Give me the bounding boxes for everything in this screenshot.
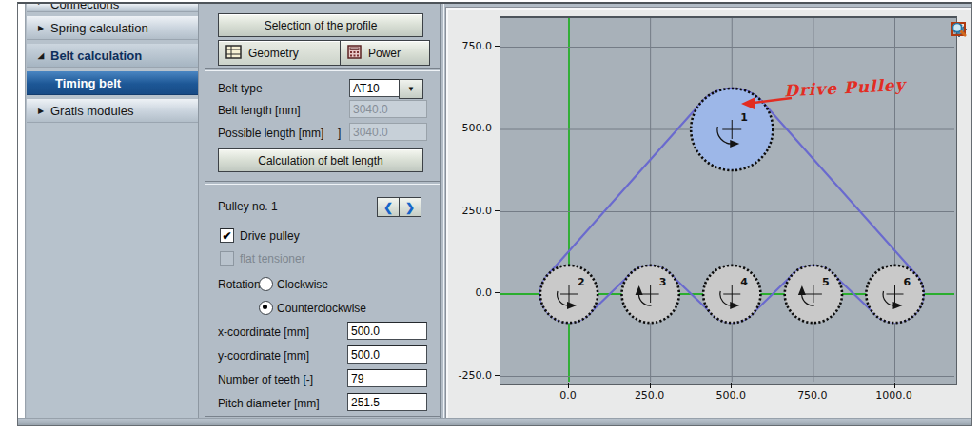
y-coordinate-label: y-coordinate [mm] [218, 349, 309, 363]
sidebar-item-connections[interactable]: ▶Connections [27, 4, 198, 12]
y-tick-label: 500.0 [450, 122, 492, 134]
collapsed-triangle-icon: ▶ [38, 4, 50, 6]
pulley-number: 2 [578, 276, 585, 288]
belt-type-label: Belt type [218, 82, 263, 95]
tab-geometry[interactable]: Geometry [218, 40, 344, 66]
belt-type-select[interactable] [349, 79, 402, 97]
sidebar-item-label: Belt calculation [50, 49, 142, 63]
belt-type-dropdown-button[interactable]: ▼ [399, 79, 423, 99]
chevron-left-icon: ❮ [383, 201, 393, 214]
pulley-number: 3 [659, 276, 667, 288]
tab-power-label: Power [368, 47, 401, 60]
pulley-2[interactable]: 2 [540, 266, 598, 323]
pulley-5[interactable]: 5 [785, 266, 842, 323]
collapsed-triangle-icon: ▶ [38, 107, 50, 115]
y-tick-mark [495, 375, 500, 376]
separator [205, 181, 441, 185]
x-tick-mark [568, 383, 569, 388]
tab-power[interactable]: Power [340, 40, 430, 66]
possible-length-input [349, 123, 427, 141]
pulley-next-button[interactable]: ❯ [399, 197, 421, 217]
panel-splitter[interactable] [440, 4, 444, 419]
belt-settings-panel: Selection of the profile Geometry [205, 4, 444, 419]
y-tick-mark [495, 128, 500, 128]
x-tick-label: 250.0 [624, 389, 676, 402]
chevron-down-icon: ▼ [407, 85, 415, 93]
pulley-nav-label: Pulley no. 1 [218, 200, 278, 213]
collapsed-triangle-icon: ▶ [38, 24, 50, 32]
x-tick-label: 0.0 [542, 389, 594, 402]
pulley-number: 1 [740, 111, 748, 124]
y-tick-label: -250.0 [450, 369, 492, 382]
tab-geometry-label: Geometry [248, 47, 299, 60]
x-tick-label: 1000.0 [869, 389, 920, 402]
y-tick-label: 250.0 [450, 205, 492, 217]
x-tick-label: 750.0 [787, 389, 838, 402]
sidebar-item-label: Spring calculation [50, 21, 148, 35]
drive-pulley-label: Drive pulley [240, 229, 300, 243]
rotation-clockwise-label: Clockwise [277, 278, 328, 291]
pitch-diameter-input[interactable] [347, 393, 427, 411]
checkmark-icon: ✔ [222, 229, 231, 243]
y-tick-mark [495, 46, 500, 47]
x-tick-mark [731, 383, 732, 388]
number-of-teeth-input[interactable] [347, 369, 427, 387]
rotation-radio-counterclockwise[interactable] [259, 301, 273, 315]
sidebar-item-timing-belt[interactable]: Timing belt [27, 71, 198, 95]
sidebar-item-gratis-modules[interactable]: ▶Gratis modules [27, 99, 198, 123]
window-bottom-edge [18, 418, 971, 425]
pulley-number: 4 [740, 276, 748, 288]
y-coordinate-input[interactable] [347, 345, 427, 364]
pulley-number: 5 [822, 276, 830, 288]
left-gutter [18, 4, 26, 425]
calculator-icon [347, 45, 362, 62]
flat-tensioner-label: flat tensioner [240, 252, 305, 266]
separator [205, 68, 441, 71]
chevron-right-icon: ❯ [405, 201, 415, 214]
belt-length-label: Belt length [mm] [218, 104, 301, 117]
x-tick-mark [813, 383, 813, 388]
x-coordinate-label: x-coordinate [mm] [218, 325, 309, 339]
pulley-prev-button[interactable]: ❮ [377, 197, 400, 217]
plot-canvas[interactable]: 123456 Drive Pulley [500, 16, 957, 385]
pulley-4[interactable]: 4 [703, 266, 760, 323]
y-tick-label: 0.0 [450, 286, 492, 299]
possible-length-label: Possible length [mm] [218, 127, 323, 140]
rotation-label: Rotation [218, 278, 261, 291]
y-tick-label: 750.0 [450, 40, 492, 52]
pulley-6[interactable]: 6 [866, 266, 923, 323]
application-window: ▶Connections▶Spring calculation◢Belt cal… [17, 2, 972, 426]
stray-bracket: ] [338, 127, 341, 140]
sidebar-item-label: Timing belt [55, 76, 121, 90]
selection-of-profile-button[interactable]: Selection of the profile [218, 13, 423, 37]
x-tick-mark [650, 383, 651, 388]
y-tick-mark [495, 292, 500, 293]
x-tick-label: 500.0 [705, 389, 756, 402]
x-tick-mark [894, 383, 895, 388]
sidebar-item-spring-calculation[interactable]: ▶Spring calculation [27, 16, 198, 40]
calculation-of-belt-length-button[interactable]: Calculation of belt length [218, 148, 423, 172]
pitch-diameter-label: Pitch diameter [mm] [218, 397, 320, 410]
number-of-teeth-label: Number of teeth [-] [218, 373, 313, 386]
pulley-number: 6 [904, 276, 911, 288]
sidebar-item-label: Gratis modules [50, 104, 133, 118]
sidebar-item-label: Connections [50, 4, 119, 11]
y-tick-mark [495, 210, 500, 211]
pulley-3[interactable]: 3 [621, 266, 678, 323]
expanded-triangle-icon: ◢ [38, 51, 50, 60]
page: ▶Connections▶Spring calculation◢Belt cal… [0, 0, 980, 433]
rotation-counterclockwise-label: Counterclockwise [277, 302, 366, 315]
table-icon [225, 45, 242, 62]
rotation-radio-clockwise[interactable] [259, 277, 273, 291]
belt-length-input [349, 100, 427, 118]
flat-tensioner-checkbox [220, 251, 234, 266]
sidebar: ▶Connections▶Spring calculation◢Belt cal… [27, 4, 199, 419]
x-coordinate-input[interactable] [347, 322, 427, 340]
chart-panel: 750.0500.0250.00.0-250.0 123456 Drive Pu… [446, 8, 972, 423]
sidebar-item-belt-calculation[interactable]: ◢Belt calculation [27, 44, 198, 68]
drive-pulley-checkbox[interactable]: ✔ [220, 228, 234, 243]
